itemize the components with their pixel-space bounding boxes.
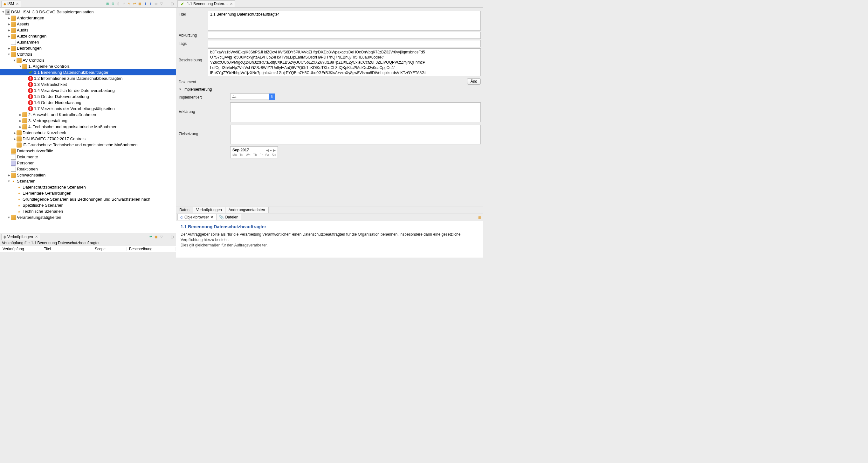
tree-item[interactable]: Spezifische Szenarien: [0, 202, 176, 208]
tree-item[interactable]: !1.6 Ort der Niederlassung: [0, 99, 176, 105]
tree-item[interactable]: ▶Assets: [0, 21, 176, 27]
tree-view[interactable]: ▼ ⊞ DSM_ISM_3.0 DS-GVO Beispielorganisat…: [0, 8, 176, 233]
tree-item[interactable]: !1.5 Ort der Datenverarbeitung: [0, 93, 176, 99]
tab-dateien[interactable]: 📎 Dateien: [216, 214, 241, 220]
col-scope[interactable]: Scope: [92, 247, 127, 251]
expand-arrow-icon[interactable]: ▶: [7, 22, 11, 26]
tree-item[interactable]: Grundlegende Szenarien aus Bedrohungen u…: [0, 196, 176, 202]
abk-input[interactable]: [208, 32, 481, 39]
calendar-widget[interactable]: Sep 2017 ◀ ● ▶ MoTuWeThFrSaSu: [230, 146, 278, 158]
expand-arrow-icon[interactable]: ▶: [19, 113, 22, 117]
tree-item[interactable]: 1.1 Benennung Datenschutzbeauftragter: [0, 69, 176, 75]
editor-tab[interactable]: 1.1 Benennung Daten… ✕: [178, 0, 235, 7]
erkl-input[interactable]: [230, 102, 481, 122]
tree-item[interactable]: ▶4. Technische und organisatorische Maßn…: [0, 124, 176, 130]
export2-icon[interactable]: ⬆: [148, 1, 153, 6]
impl-select[interactable]: Ja ⇅: [230, 93, 275, 100]
expand-arrow-icon[interactable]: ▶: [7, 16, 11, 20]
collapse-arrow-icon[interactable]: ▼: [7, 179, 11, 183]
arrows-icon[interactable]: ⇄: [132, 1, 137, 6]
beschr-input[interactable]: b3FxaWs1bWy9EkqIK3SbPSJHdZQcvHWfS6DY5PlU…: [208, 48, 481, 76]
impl-section-header[interactable]: ▼ Implementierung: [176, 86, 483, 93]
collapse-all-icon[interactable]: ⊟: [110, 1, 115, 6]
tree-item[interactable]: Ausnahmen: [0, 39, 176, 45]
cal-next-icon[interactable]: ▶: [273, 149, 276, 152]
links-min-icon[interactable]: —: [164, 234, 169, 239]
links-action2-icon[interactable]: ▦: [154, 234, 158, 239]
tab-aenderungsmetadaten[interactable]: Änderungsmetadaten: [225, 207, 269, 213]
fwd-icon[interactable]: ⤷: [127, 1, 131, 6]
expand-arrow-icon[interactable]: ▶: [19, 119, 22, 123]
links-max-icon[interactable]: ▢: [170, 234, 175, 239]
back-icon[interactable]: ⤶: [121, 1, 126, 6]
tree-item[interactable]: ▶2. Auswahl- und Kontrollmaßnahmen: [0, 112, 176, 118]
links-menu-icon[interactable]: ▽: [159, 234, 164, 239]
filter-icon[interactable]: ▦: [137, 1, 142, 6]
titel-input[interactable]: 1.1 Benennung Datenschutzbeauftragter: [208, 11, 481, 31]
tree-item[interactable]: IT-Grundschutz: Technische und organisat…: [0, 142, 176, 148]
expand-arrow-icon[interactable]: ▶: [13, 131, 17, 135]
tab-verknuepfungen[interactable]: Verknüpfungen: [193, 207, 225, 213]
expand-arrow-icon[interactable]: ▶: [7, 173, 11, 177]
ziel-input[interactable]: [230, 125, 481, 144]
tree-item[interactable]: !1.2 Informationen zum Datenschutzbeauft…: [0, 75, 176, 82]
collapse-arrow-icon[interactable]: ▼: [13, 59, 17, 62]
col-link[interactable]: Verknüpfung: [0, 247, 41, 251]
tree-item[interactable]: ▶3. Vertragsgestaltung: [0, 118, 176, 124]
links-tab[interactable]: ⬮ Verknüpfungen ✕: [1, 234, 40, 240]
tab-objektbrowser[interactable]: ◇ Objektbrowser ✕: [178, 214, 216, 220]
close-icon[interactable]: ✕: [210, 215, 213, 219]
expand-arrow-icon[interactable]: ▶: [7, 28, 11, 32]
sq-icon[interactable]: ▭: [154, 1, 158, 6]
tree-item[interactable]: ▼Controls: [0, 51, 176, 57]
tree-item[interactable]: ▼Szenarien: [0, 178, 176, 184]
tree-item[interactable]: Dokumente: [0, 154, 176, 160]
tree-item[interactable]: ▶Anforderungen: [0, 15, 176, 21]
tab-daten[interactable]: Daten: [176, 207, 193, 213]
tree-item[interactable]: ▶Audits: [0, 27, 176, 33]
tree-item[interactable]: Datenschutzspezifische Szenarien: [0, 184, 176, 190]
col-title[interactable]: Titel: [41, 247, 92, 251]
tree-item[interactable]: Technische Szenarien: [0, 208, 176, 214]
menu-icon[interactable]: ▽: [159, 1, 164, 6]
tree-item[interactable]: Elementare Gefährdungen: [0, 190, 176, 196]
tree-item[interactable]: Datenschutzvorfälle: [0, 148, 176, 154]
obj-action-icon[interactable]: ▦: [477, 215, 482, 220]
expand-arrow-icon[interactable]: ▶: [13, 137, 17, 141]
tags-input[interactable]: [208, 40, 481, 47]
tree-item[interactable]: ▶Aufzeichnungen: [0, 33, 176, 39]
tree-item[interactable]: !1.4 Verantwortlich für die Datenverarbe…: [0, 88, 176, 93]
min-icon[interactable]: —: [164, 1, 169, 6]
tree-item[interactable]: ▼1. Allgemeine Controls: [0, 63, 176, 69]
tree-item[interactable]: Personen: [0, 160, 176, 166]
expand-arrow-icon[interactable]: ▶: [7, 47, 11, 50]
tree-item[interactable]: !1.7 Verzeichnis der Verarbeitungstätigk…: [0, 105, 176, 112]
expand-all-icon[interactable]: ⊞: [105, 1, 110, 6]
dokument-change-button[interactable]: Änd: [467, 78, 481, 85]
max-icon[interactable]: ▢: [170, 1, 175, 6]
tree-item[interactable]: ▶DIN ISO/IEC 27002:2017 Controls: [0, 136, 176, 142]
expand-arrow-icon[interactable]: ▶: [7, 34, 11, 38]
ism-tab[interactable]: ◆ ISM ✕: [1, 1, 21, 7]
tree-item[interactable]: ▼Verarbeitungstätigkeiten: [0, 214, 176, 220]
cal-prev-icon[interactable]: ◀: [266, 149, 269, 152]
close-icon[interactable]: ✕: [16, 2, 19, 6]
cal-today-icon[interactable]: ●: [270, 149, 272, 152]
collapse-arrow-icon[interactable]: ▼: [7, 216, 11, 219]
tree-item[interactable]: ▶Bedrohungen: [0, 45, 176, 51]
tree-item[interactable]: ▶Schwachstellen: [0, 172, 176, 178]
close-icon[interactable]: ✕: [230, 2, 233, 6]
tree-item[interactable]: Reaktionen: [0, 166, 176, 172]
doc-icon[interactable]: ▯: [116, 1, 121, 6]
tree-item[interactable]: !1.3 Vertraulichkeit: [0, 82, 176, 88]
close-icon[interactable]: ✕: [35, 235, 38, 239]
col-desc[interactable]: Beschreibung: [127, 247, 176, 251]
collapse-arrow-icon[interactable]: ▼: [7, 53, 11, 56]
tree-item[interactable]: ▼AV Controls: [0, 57, 176, 63]
tree-root[interactable]: ▼ ⊞ DSM_ISM_3.0 DS-GVO Beispielorganisat…: [0, 9, 176, 15]
links-action1-icon[interactable]: ⇄: [148, 234, 153, 239]
export1-icon[interactable]: ⬆: [143, 1, 148, 6]
collapse-arrow-icon[interactable]: ▼: [19, 65, 22, 68]
expand-arrow-icon[interactable]: ▶: [19, 125, 22, 129]
tree-item[interactable]: ▶Datenschutz Kurzcheck: [0, 130, 176, 136]
